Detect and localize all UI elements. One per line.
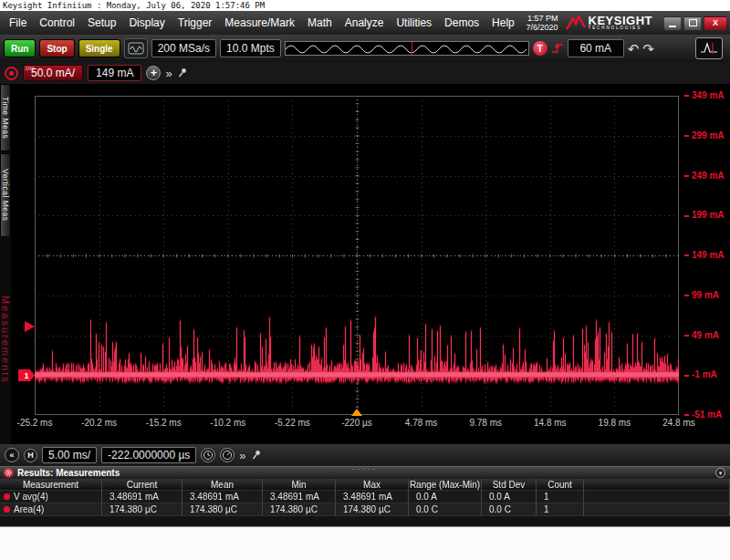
keysight-logo: KEYSIGHT TECHNOLOGIES [566, 16, 652, 30]
stop-button[interactable]: Stop [39, 39, 74, 57]
single-button[interactable]: Single [78, 39, 120, 57]
tab-measurements[interactable]: Measurements [0, 266, 11, 412]
column-header[interactable]: Min [263, 479, 336, 491]
close-button[interactable]: X [704, 16, 727, 30]
gear-icon[interactable] [4, 468, 14, 478]
menu-help[interactable]: Help [485, 11, 521, 35]
run-button[interactable]: Run [4, 39, 36, 57]
table-cell: 0.0 A [409, 491, 482, 503]
restore-button[interactable] [683, 16, 702, 30]
trigger-level-box[interactable]: 60 mA [568, 39, 624, 57]
clock-date: 7/6/2020 [526, 23, 558, 32]
channel-probe-tag: DM [26, 66, 34, 71]
table-row-name[interactable]: V avg(4) [0, 491, 102, 503]
brand-name: KEYSIGHT [589, 16, 652, 26]
y-axis-label: 49 mA [684, 330, 730, 340]
waveform-tools-button[interactable] [695, 37, 723, 59]
restore-icon [689, 19, 697, 26]
table-cell: 174.380 µC [263, 503, 336, 516]
table-cell: 0.0 C [482, 503, 537, 516]
x-axis-label: 4.78 ms [392, 418, 451, 428]
table-row-name[interactable]: Area(4) [0, 503, 102, 516]
channel-1-dot-icon [9, 71, 14, 76]
acquisition-mode-button[interactable] [124, 38, 148, 58]
tab-vertical-meas[interactable]: Vertical Meas [0, 153, 11, 237]
add-channel-button[interactable]: + [146, 66, 161, 80]
menu-file[interactable]: File [3, 11, 33, 35]
trigger-level-marker[interactable] [25, 321, 35, 332]
channel-ground-marker[interactable]: 1 [18, 369, 35, 381]
menu-trigger[interactable]: Trigger [172, 11, 219, 35]
column-header[interactable]: Std Dev [482, 479, 537, 491]
trigger-edge-icon[interactable] [551, 42, 564, 55]
y-axis-label: 199 mA [684, 210, 730, 220]
menu-measure-mark[interactable]: Measure/Mark [218, 11, 301, 35]
y-axis-label: 99 mA [684, 290, 730, 300]
column-header[interactable]: Mean [182, 479, 263, 491]
menu-utilities[interactable]: Utilities [390, 11, 438, 35]
pin-icon[interactable] [177, 67, 188, 78]
x-axis-label: -10.2 ms [199, 418, 257, 428]
column-header[interactable]: Current [102, 479, 182, 491]
memory-depth-box[interactable]: 10.0 Mpts [220, 39, 281, 57]
horizontal-badge[interactable]: H [24, 449, 37, 462]
channel-1-button[interactable] [5, 67, 18, 80]
menu-math[interactable]: Math [301, 11, 339, 35]
horizontal-expand-button[interactable]: » [239, 449, 245, 462]
acquisition-toolbar: Run Stop Single 200 MSa/s 10.0 Mpts T 60… [0, 35, 730, 62]
clock-tool-button[interactable] [201, 448, 215, 462]
channel-bar: DM 50.0 mA/ 149 mA + » [0, 62, 730, 84]
y-axis-label: 349 mA [684, 90, 730, 100]
scope-screen-icon [128, 42, 144, 55]
x-axis-label: 24.8 ms [650, 418, 708, 428]
tab-time-meas[interactable]: Time Meas [0, 84, 11, 151]
timebase-delay-box[interactable]: -222.0000000 µs [101, 447, 196, 463]
trigger-time-marker[interactable] [351, 409, 362, 416]
trigger-badge[interactable]: T [533, 41, 548, 56]
undo-button[interactable]: ↶ [628, 42, 640, 56]
graticule-canvas[interactable] [35, 96, 679, 415]
table-cell: 174.380 µC [102, 503, 182, 516]
table-cell: 174.380 µC [182, 503, 263, 516]
channel-scale-box[interactable]: DM 50.0 mA/ [23, 65, 83, 81]
pin-icon[interactable] [251, 450, 262, 461]
menu-analyze[interactable]: Analyze [339, 11, 391, 35]
channel-offset-box[interactable]: 149 mA [88, 65, 141, 81]
results-panel: Results: Measurements ▾ MeasurementCurre… [0, 466, 730, 526]
x-axis-label: 9.78 ms [456, 418, 515, 428]
minimize-button[interactable] [663, 16, 682, 30]
keysight-spark-icon [566, 16, 586, 30]
x-axis-label: -20.2 ms [70, 418, 129, 428]
clock-icon [203, 450, 214, 461]
column-header[interactable]: Range (Max-Min) [409, 479, 482, 491]
results-collapse-button[interactable]: ▾ [715, 468, 725, 478]
row-filler [584, 503, 730, 516]
collapse-left-button[interactable]: « [5, 448, 19, 462]
preview-trigger-marker [412, 42, 412, 55]
row-filler [584, 491, 730, 503]
waveform-preview-strip[interactable] [285, 41, 529, 56]
waveform-tool-icon [700, 41, 718, 56]
preview-waveform-icon [286, 42, 528, 55]
close-icon: X [713, 18, 718, 27]
column-header[interactable]: Max [336, 479, 409, 491]
column-header[interactable]: Measurement [0, 479, 102, 491]
table-cell: 174.380 µC [336, 503, 409, 516]
timebase-scale-box[interactable]: 5.00 ms/ [42, 447, 97, 463]
redo-button[interactable]: ↷ [642, 42, 654, 56]
menu-control[interactable]: Control [33, 11, 81, 35]
y-axis-label: -1 mA [684, 369, 730, 379]
menu-setup[interactable]: Setup [81, 11, 122, 35]
results-title: Results: Measurements [17, 468, 120, 478]
table-cell: 1 [537, 503, 584, 516]
clock-time: 1:57 PM [526, 14, 558, 23]
menu-demos[interactable]: Demos [438, 11, 485, 35]
menu-display[interactable]: Display [122, 11, 171, 35]
column-header[interactable]: Count [537, 479, 584, 491]
results-header[interactable]: Results: Measurements ▾ [0, 467, 730, 479]
sample-rate-box[interactable]: 200 MSa/s [151, 39, 216, 57]
zoom-tool-button[interactable] [220, 448, 235, 462]
menu-items: FileControlSetupDisplayTriggerMeasure/Ma… [3, 11, 521, 35]
horizontal-bar: « H 5.00 ms/ -222.0000000 µs » [0, 444, 730, 466]
channel-expand-button[interactable]: » [165, 67, 172, 80]
